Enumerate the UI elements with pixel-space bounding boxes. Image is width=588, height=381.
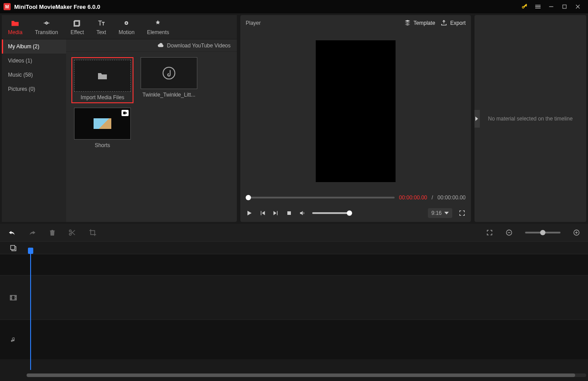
menu-icon[interactable] bbox=[531, 1, 545, 12]
tab-text-label: Text bbox=[96, 29, 106, 35]
prev-frame-icon[interactable] bbox=[259, 210, 266, 217]
key-icon[interactable] bbox=[518, 1, 531, 12]
timeline bbox=[0, 241, 588, 379]
tab-effect-label: Effect bbox=[71, 29, 84, 35]
media-sidebar: My Album (2) Videos (1) Music (58) Pictu… bbox=[2, 39, 66, 222]
aspect-ratio-dropdown[interactable]: 9:16 bbox=[428, 208, 452, 218]
volume-slider[interactable] bbox=[312, 212, 352, 214]
video-thumbnail bbox=[94, 118, 111, 129]
scissors-icon[interactable] bbox=[68, 229, 76, 237]
export-icon bbox=[440, 19, 447, 27]
tab-effect[interactable]: Effect bbox=[64, 15, 90, 39]
app-title: MiniTool MovieMaker Free 6.0.0 bbox=[14, 4, 100, 10]
timecode-separator: / bbox=[431, 194, 433, 201]
properties-empty-text: No material selected on the timeline bbox=[488, 116, 573, 122]
player-panel: Player Template Export 00:00:00.00 / 00:… bbox=[240, 15, 471, 222]
chevron-down-icon bbox=[444, 212, 449, 214]
zoom-in-icon[interactable] bbox=[573, 229, 580, 236]
media-tile-audio-label: Twinkle_Twinkle_Litt... bbox=[141, 92, 197, 98]
download-youtube-link[interactable]: Download YouTube Videos bbox=[167, 43, 231, 49]
media-header: Download YouTube Videos bbox=[66, 39, 237, 52]
transition-icon bbox=[42, 19, 51, 27]
svg-rect-0 bbox=[563, 5, 566, 8]
add-track-icon[interactable] bbox=[10, 245, 17, 252]
seek-slider[interactable] bbox=[246, 197, 395, 198]
timeline-toolbar bbox=[0, 224, 588, 241]
export-button[interactable]: Export bbox=[440, 19, 466, 27]
playhead[interactable] bbox=[30, 249, 31, 370]
play-icon[interactable] bbox=[246, 210, 253, 217]
app-logo: M bbox=[4, 3, 11, 10]
tab-elements-label: Elements bbox=[147, 29, 169, 35]
svg-point-5 bbox=[163, 67, 175, 79]
svg-rect-12 bbox=[11, 245, 15, 249]
import-media-label: Import Media Files bbox=[74, 94, 131, 101]
properties-panel: No material selected on the timeline bbox=[474, 15, 586, 222]
player-stage bbox=[240, 31, 471, 191]
template-icon bbox=[404, 19, 411, 27]
aspect-ratio-value: 9:16 bbox=[431, 210, 442, 216]
tab-motion-label: Motion bbox=[118, 29, 134, 35]
maximize-icon[interactable] bbox=[558, 1, 571, 12]
minimize-icon[interactable] bbox=[545, 1, 558, 12]
audio-track-icon bbox=[10, 336, 17, 344]
fullscreen-icon[interactable] bbox=[459, 210, 466, 217]
tab-transition[interactable]: Transition bbox=[29, 15, 64, 39]
media-tile-audio[interactable]: Twinkle_Twinkle_Litt... bbox=[138, 57, 200, 103]
text-icon bbox=[97, 19, 106, 27]
tab-text[interactable]: Text bbox=[90, 15, 112, 39]
template-button[interactable]: Template bbox=[404, 19, 435, 27]
template-button-label: Template bbox=[414, 20, 435, 26]
media-tile-video-label: Shorts bbox=[74, 142, 131, 148]
tab-transition-label: Transition bbox=[35, 29, 58, 35]
delete-icon[interactable] bbox=[49, 229, 56, 237]
effect-icon bbox=[73, 19, 82, 27]
next-frame-icon[interactable] bbox=[272, 210, 279, 217]
timeline-scrollbar[interactable] bbox=[27, 373, 586, 377]
titlebar: M MiniTool MovieMaker Free 6.0.0 bbox=[0, 0, 588, 13]
elements-icon bbox=[153, 19, 162, 27]
chevron-right-icon bbox=[475, 117, 479, 121]
tab-media[interactable]: Media bbox=[2, 15, 29, 39]
motion-icon bbox=[122, 19, 131, 27]
download-icon bbox=[157, 43, 165, 48]
undo-icon[interactable] bbox=[8, 229, 16, 236]
timecode-total: 00:00:00.00 bbox=[438, 194, 466, 201]
stop-icon[interactable] bbox=[286, 210, 293, 217]
folder-icon bbox=[97, 71, 108, 80]
media-tile-video[interactable]: Shorts bbox=[71, 108, 133, 148]
close-icon[interactable] bbox=[571, 1, 584, 12]
timecode-current: 00:00:00.00 bbox=[399, 194, 427, 201]
player-video[interactable] bbox=[316, 40, 396, 182]
music-note-icon bbox=[162, 66, 176, 80]
fit-icon[interactable] bbox=[486, 229, 493, 236]
sidebar-item-pictures[interactable]: Pictures (0) bbox=[2, 82, 66, 96]
media-panel: Media Transition Effect Text Motion Elem… bbox=[2, 15, 237, 222]
video-track-icon bbox=[9, 294, 17, 302]
tab-elements[interactable]: Elements bbox=[141, 15, 175, 39]
zoom-slider[interactable] bbox=[525, 232, 561, 233]
svg-rect-7 bbox=[287, 211, 291, 215]
player-title: Player bbox=[246, 20, 261, 26]
svg-point-4 bbox=[126, 22, 127, 23]
collapse-button[interactable] bbox=[474, 110, 480, 128]
import-media-tile[interactable]: Import Media Files bbox=[71, 57, 133, 103]
redo-icon[interactable] bbox=[28, 229, 36, 236]
sidebar-item-myalbum[interactable]: My Album (2) bbox=[2, 39, 66, 54]
main-tabs: Media Transition Effect Text Motion Elem… bbox=[2, 15, 237, 39]
folder-icon bbox=[11, 19, 20, 27]
volume-icon[interactable] bbox=[299, 210, 306, 217]
svg-rect-13 bbox=[10, 295, 16, 300]
crop-icon[interactable] bbox=[89, 229, 97, 237]
svg-rect-6 bbox=[123, 112, 126, 114]
zoom-out-icon[interactable] bbox=[506, 229, 513, 236]
sidebar-item-videos[interactable]: Videos (1) bbox=[2, 54, 66, 68]
sidebar-item-music[interactable]: Music (58) bbox=[2, 68, 66, 82]
tab-motion[interactable]: Motion bbox=[112, 15, 141, 39]
tab-media-label: Media bbox=[8, 29, 23, 35]
video-badge-icon bbox=[122, 110, 129, 116]
export-button-label: Export bbox=[450, 20, 466, 26]
